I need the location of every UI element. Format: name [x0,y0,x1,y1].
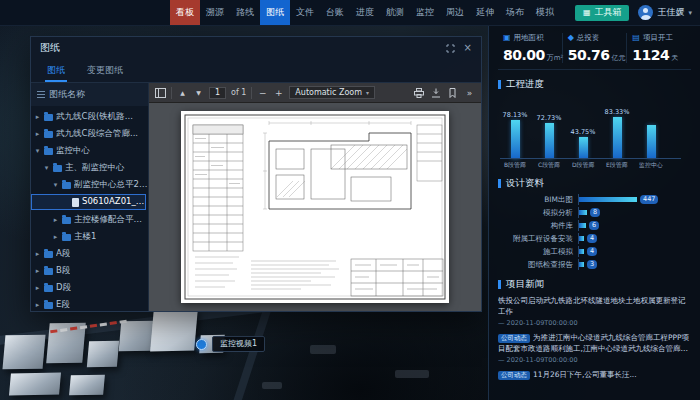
design-value-badge: 4 [587,234,597,243]
folder-icon [72,198,79,207]
design-section-header: 设计资料 [498,177,691,190]
tree-item[interactable]: ▸ 武九线C段综合管廊... [31,125,148,142]
tree-item-label: 主楼1 [74,231,96,243]
caret-icon: ▸ [34,113,41,121]
bookmark-icon[interactable] [447,86,458,99]
tree-item[interactable]: S0610AZ01_总平... [31,194,146,210]
nav-tab[interactable]: 溯源 [200,0,230,25]
zoom-in-icon[interactable]: + [273,86,284,99]
bar [579,197,637,202]
camera-marker[interactable]: 监控视频1 [196,336,265,352]
tree-item[interactable]: ▸ 武九线C段(铁机路... [31,108,148,125]
stat-label: 用地面积 [514,33,544,43]
nav-tab[interactable]: 文件 [290,0,320,25]
nav-tab[interactable]: 监控 [410,0,440,25]
nav-tab[interactable]: 延伸 [470,0,500,25]
drawings-modal: 图纸 × 图纸变更图纸 图纸名称 ▸ [30,36,482,312]
page-down-icon[interactable]: ▼ [193,86,204,99]
tree-item[interactable]: ▸ A段 [31,245,148,262]
news-list: 铁投公司启动武九铁路北环线隧道地块土地权属更新登记工作 2020-11-09T0… [498,296,691,400]
news-tag: 公司动态 [498,334,530,343]
tree-item-label: A段 [56,248,70,260]
bar-category-label: B段管廊 [504,161,526,168]
download-icon[interactable] [430,86,441,99]
sidebar-toggle-icon[interactable] [155,86,166,99]
tree-item[interactable]: ▾ 监控中心 [31,142,148,159]
stat-cards: ▣ 用地面积 80.00 万m² ◆ 总投资 50.76 亿元 [498,33,691,70]
folder-icon [53,165,62,172]
stat-icon: ▣ [503,34,511,42]
caret-icon: ▸ [34,130,41,138]
folder-icon [62,182,71,189]
expand-icon[interactable] [446,44,455,53]
modal-body: 图纸名称 ▸ 武九线C段(铁机路... ▸ 武九线C段综合管廊... ▾ [31,83,481,311]
page-up-icon[interactable]: ▲ [177,86,188,99]
stat-icon: ◆ [568,34,574,42]
modal-tab[interactable]: 变更图纸 [76,59,134,82]
user-menu[interactable]: 王佳媛 ▾ [638,5,692,20]
nav-tab[interactable]: 模拟 [530,0,560,25]
news-item[interactable]: 公司动态11月26日下午,公司董事长汪... [498,370,691,381]
bar-category-label: 监控中心 [639,161,663,168]
more-tools-icon[interactable]: » [464,86,475,99]
tree-item[interactable]: ▸ D段 [31,279,148,296]
chevron-down-icon: ▾ [366,89,369,96]
bar [545,123,554,159]
pdf-canvas[interactable] [149,103,481,311]
tree-item[interactable]: ▸ 主控楼修配合平面... [31,211,148,228]
nav-tab[interactable]: 路线 [230,0,260,25]
nav-tab[interactable]: 场布 [500,0,530,25]
toolbox-icon: ▦ [583,9,591,17]
folder-icon [44,114,53,121]
nav-tab[interactable]: 看板 [170,0,200,25]
news-item[interactable]: 铁投公司启动武九铁路北环线隧道地块土地权属更新登记工作 2020-11-09T0… [498,296,691,327]
design-label: 模拟分析 [498,208,578,218]
nav-tab[interactable]: 周边 [440,0,470,25]
folder-icon [62,234,71,241]
modal-tab[interactable]: 图纸 [36,59,76,82]
bar [579,137,588,159]
stat-value: 1124 [632,47,669,63]
stat-card: ▣ 用地面积 80.00 万m² [498,33,562,63]
user-name: 王佳媛 [657,6,684,19]
nav-tab[interactable]: 进度 [350,0,380,25]
nav-tab[interactable]: 台账 [320,0,350,25]
drawing-tree-panel: 图纸名称 ▸ 武九线C段(铁机路... ▸ 武九线C段综合管廊... ▾ [31,83,149,311]
tree-item-label: S0610AZ01_总平... [82,196,145,208]
engineering-drawing [181,111,449,303]
toolbox-button[interactable]: ▦ 工具箱 [575,5,630,21]
camera-icon[interactable] [196,339,207,350]
caret-icon: ▾ [34,147,41,155]
tree-item[interactable]: ▸ E段 [31,296,148,311]
design-value-badge: 4 [587,247,597,256]
stat-unit: 亿元 [611,53,625,63]
caret-icon: ▾ [52,181,59,189]
stat-value: 50.76 [568,47,610,63]
tree-item[interactable]: ▾ 副监控中心总平2019... [31,176,148,193]
design-row: 模拟分析 8 [498,207,691,218]
modal-header: 图纸 × [31,37,481,59]
bar [579,210,587,215]
folder-icon [44,251,53,258]
tree-item[interactable]: ▸ 主楼1 [31,228,148,245]
folder-icon [44,285,53,292]
nav-tab[interactable]: 图纸 [260,0,290,25]
design-row: 施工模拟 4 [498,246,691,257]
zoom-out-icon[interactable]: − [257,86,268,99]
nav-tab[interactable]: 航测 [380,0,410,25]
map-object [262,382,282,389]
close-icon[interactable]: × [464,43,472,53]
print-icon[interactable] [413,86,424,99]
zoom-select[interactable]: Automatic Zoom ▾ [289,86,375,99]
caret-icon: ▸ [34,284,41,292]
section-accent [498,80,501,89]
design-row: 构件库 6 [498,220,691,231]
stat-card: ▤ 项目开工 1124 天 [626,33,691,63]
page-number-input[interactable] [209,87,226,99]
tree-item[interactable]: ▸ B段 [31,262,148,279]
tree-item-label: E段 [56,299,70,311]
folder-icon [44,302,53,309]
tree-item[interactable]: ▾ 主、副监控中心 [31,159,148,176]
progress-bar-column: 72.73% C段管廊 [537,95,561,169]
news-item[interactable]: 公司动态为推进江南中心绿道武九线综合管廊工程PPP项目配套市政道路顺利施工,江南… [498,333,691,364]
